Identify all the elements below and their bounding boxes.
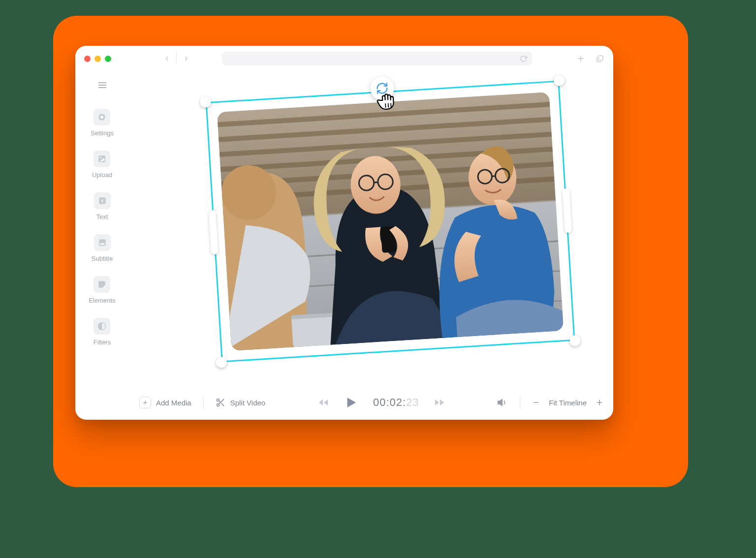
svg-marker-52 xyxy=(440,400,443,406)
zoom-out-button[interactable] xyxy=(532,399,540,406)
minimize-window-button[interactable] xyxy=(94,56,101,62)
toolbar-separator xyxy=(520,395,520,410)
selected-clip[interactable] xyxy=(205,81,575,363)
canvas-area[interactable]: Add Media Split Video xyxy=(129,71,613,420)
timecode-display: 00:02:23 xyxy=(373,396,419,409)
svg-marker-49 xyxy=(319,400,323,406)
subtitle-icon xyxy=(94,234,111,251)
fast-forward-button[interactable] xyxy=(434,397,445,408)
split-video-label: Split Video xyxy=(230,399,265,407)
window-traffic-lights xyxy=(84,56,111,62)
sidebar-item-upload[interactable]: Upload xyxy=(92,151,112,179)
svg-rect-2 xyxy=(598,56,602,60)
resize-handle-bottom-left[interactable] xyxy=(216,357,227,368)
rewind-button[interactable] xyxy=(318,397,329,408)
toolbar-separator xyxy=(203,395,204,410)
timecode-main: 00:02: xyxy=(373,396,406,408)
sidebar-item-label: Subtitle xyxy=(92,255,113,262)
svg-point-7 xyxy=(101,116,104,119)
zoom-in-button[interactable] xyxy=(596,399,603,406)
grab-cursor-icon xyxy=(375,91,398,114)
nav-separator xyxy=(176,52,177,63)
volume-button[interactable] xyxy=(497,397,508,408)
tabs-overview-button[interactable] xyxy=(595,54,604,63)
zoom-window-button[interactable] xyxy=(105,56,111,62)
sidebar-item-subtitle[interactable]: Subtitle xyxy=(92,234,113,262)
elements-icon xyxy=(94,276,110,293)
svg-marker-50 xyxy=(324,400,328,406)
add-media-button[interactable]: Add Media xyxy=(139,397,191,408)
clip-thumbnail[interactable] xyxy=(217,92,564,351)
new-tab-button[interactable] xyxy=(576,54,586,63)
address-bar[interactable] xyxy=(222,52,532,65)
svg-line-48 xyxy=(219,401,220,403)
sidebar-item-label: Upload xyxy=(92,171,112,179)
sidebar-item-filters[interactable]: Filters xyxy=(94,318,111,346)
sidebar-item-elements[interactable]: Elements xyxy=(89,276,115,304)
svg-rect-12 xyxy=(99,239,106,246)
svg-text:T: T xyxy=(101,198,104,204)
sidebar-item-label: Filters xyxy=(94,339,111,346)
tool-sidebar: Settings Upload T Text Subtitle xyxy=(75,71,129,420)
sidebar-item-label: Text xyxy=(96,213,108,220)
scissors-icon xyxy=(216,398,225,407)
svg-rect-13 xyxy=(100,244,104,245)
svg-point-9 xyxy=(100,157,102,158)
menu-button[interactable] xyxy=(97,80,107,90)
svg-line-47 xyxy=(221,403,224,406)
reload-icon[interactable] xyxy=(520,55,527,62)
sidebar-item-text[interactable]: T Text xyxy=(94,192,111,220)
upload-icon xyxy=(94,151,110,167)
settings-icon xyxy=(94,109,110,125)
add-media-label: Add Media xyxy=(156,399,191,407)
back-button[interactable] xyxy=(160,52,173,65)
close-window-button[interactable] xyxy=(84,56,91,62)
sidebar-item-settings[interactable]: Settings xyxy=(91,109,114,137)
split-video-button[interactable]: Split Video xyxy=(216,398,265,407)
svg-marker-51 xyxy=(347,398,356,407)
fit-timeline-label[interactable]: Fit Timeline xyxy=(549,399,587,407)
text-icon: T xyxy=(94,192,111,209)
sidebar-item-label: Settings xyxy=(91,129,114,137)
app-window: Settings Upload T Text Subtitle xyxy=(75,46,613,420)
bottom-toolbar: Add Media Split Video xyxy=(129,385,613,420)
svg-marker-53 xyxy=(435,400,439,406)
title-bar xyxy=(75,46,613,71)
resize-handle-top-right[interactable] xyxy=(553,75,565,86)
sidebar-item-label: Elements xyxy=(89,297,115,304)
filters-icon xyxy=(94,318,110,335)
history-nav xyxy=(160,52,192,65)
transport-controls: 00:02:23 xyxy=(318,395,445,410)
svg-marker-54 xyxy=(498,400,502,406)
timecode-frames: 23 xyxy=(406,396,419,408)
resize-handle-bottom-right[interactable] xyxy=(569,335,581,346)
plus-icon xyxy=(139,397,151,408)
play-button[interactable] xyxy=(344,395,358,410)
forward-button[interactable] xyxy=(180,52,192,65)
